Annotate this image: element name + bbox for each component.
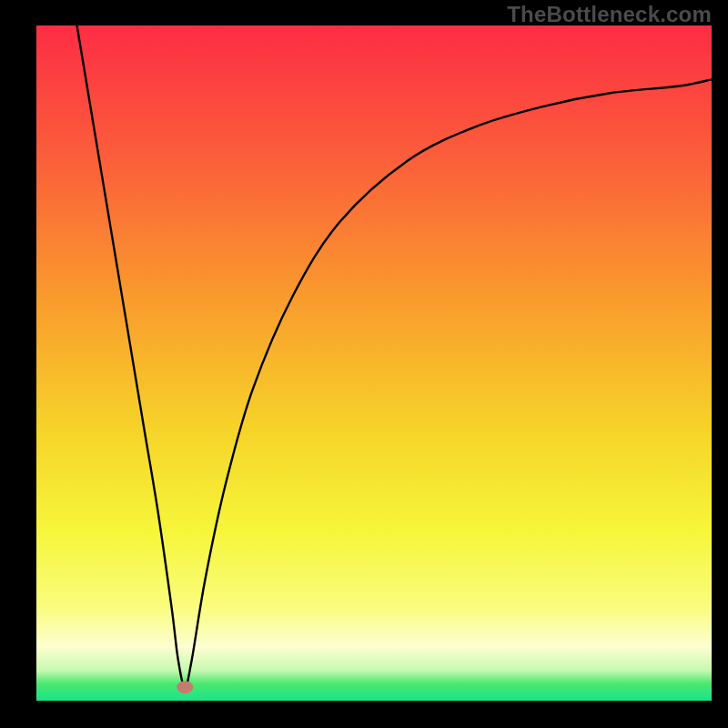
optimum-marker [177,681,193,693]
plot-background [36,25,712,701]
chart-svg [0,0,728,728]
chart-container: TheBottleneck.com [0,0,728,728]
